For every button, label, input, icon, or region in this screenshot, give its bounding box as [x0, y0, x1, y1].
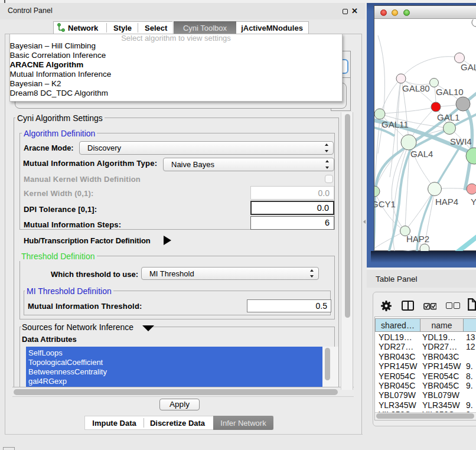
svg-text:GAL10: GAL10: [436, 87, 464, 97]
svg-text:SWI4: SWI4: [450, 136, 472, 146]
svg-text:GCY1: GCY1: [374, 199, 396, 209]
svg-text:GAL1: GAL1: [437, 112, 459, 122]
svg-text:GAL4: GAL4: [410, 149, 433, 159]
svg-text:HAP4: HAP4: [435, 197, 458, 207]
svg-text:Y: Y: [471, 197, 476, 207]
svg-text:GAL: GAL: [461, 62, 476, 72]
svg-text:GAL11: GAL11: [382, 119, 409, 129]
svg-text:HAP2: HAP2: [406, 234, 429, 244]
svg-text:GAL80: GAL80: [402, 83, 430, 93]
